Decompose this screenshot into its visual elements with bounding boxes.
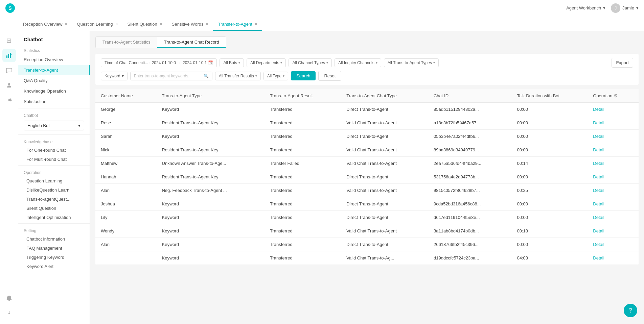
sidebar-item-silent-question[interactable]: Silent Question (18, 204, 90, 213)
chevron-down-icon: ▾ (433, 61, 435, 65)
sidebar-item-satisfaction[interactable]: Satisfaction (18, 96, 90, 107)
tab-close-icon[interactable]: ✕ (159, 22, 162, 26)
tab-sensitive-words[interactable]: Sensitive Words ✕ (167, 18, 213, 31)
nav-notifications-icon[interactable] (2, 292, 16, 305)
col-operation: Operation ⚙ (588, 89, 639, 103)
tab-silent-question[interactable]: Silent Question ✕ (123, 18, 167, 31)
nav-settings-icon[interactable] (2, 93, 16, 107)
sidebar-item-reception-overview[interactable]: Reception Overview (18, 54, 90, 65)
knowledgebase-section-label: Knowledgebase (18, 136, 90, 146)
chatbot-select[interactable]: English Bot ▾ (24, 121, 84, 130)
cell-chat-id: 2ea75a5d6fd44f4ba29... (428, 157, 512, 170)
detail-link[interactable]: Detail (593, 228, 604, 233)
sidebar-item-keyword-alert[interactable]: Keyword Alert (18, 262, 90, 271)
filter-row-2: Keyword ▾ 🔍 All Transfer Results ▾ All T… (101, 71, 633, 81)
sidebar-item-intelligent-optimization[interactable]: Intelligent Optimization (18, 213, 90, 222)
tab-reception-overview[interactable]: Reception Overview ✕ (18, 18, 72, 31)
detail-link[interactable]: Detail (593, 134, 604, 139)
date-to: 2024-01-10 1 (183, 60, 207, 65)
column-settings-icon[interactable]: ⚙ (614, 93, 618, 98)
sidebar-item-for-multi-round[interactable]: For Multi-round Chat (18, 155, 90, 164)
detail-link[interactable]: Detail (593, 120, 604, 125)
chevron-down-icon: ▾ (283, 74, 284, 78)
detail-link[interactable]: Detail (593, 107, 604, 112)
agent-workbench-dropdown[interactable]: Agent Workbench ▾ (566, 5, 605, 10)
sidebar-item-qa-quality[interactable]: Q&A Quality (18, 75, 90, 86)
all-channel-types-filter[interactable]: All Channel Types ▾ (289, 58, 332, 67)
all-transfer-results-filter[interactable]: All Transfer Results ▾ (215, 72, 261, 80)
detail-link[interactable]: Detail (593, 147, 604, 152)
tab-close-icon[interactable]: ✕ (205, 22, 208, 26)
all-trans-types-label: All Trans-to-Agent Types (388, 60, 432, 65)
sidebar-item-knowledge-operation[interactable]: Knowledge Operation (18, 86, 90, 96)
table-row: Alan Neg. Feedback Trans-to-Agent ... Tr… (95, 184, 639, 197)
tab-transfer-to-agent[interactable]: Transfer-to-Agent ✕ (213, 18, 262, 31)
chevron-down-icon: ▾ (603, 5, 605, 10)
cell-detail: Detail (588, 157, 639, 170)
tab-close-icon[interactable]: ✕ (115, 22, 118, 26)
tab-close-icon[interactable]: ✕ (64, 22, 67, 26)
svg-rect-1 (8, 54, 9, 58)
nav-contacts-icon[interactable] (2, 78, 16, 92)
filter-row-1: Time of Chat Connecti... : 2024-01-10 0 … (101, 58, 633, 68)
cell-duration: 00:00 (511, 130, 588, 143)
cell-duration: 00:00 (511, 103, 588, 116)
export-button[interactable]: Export (612, 58, 633, 68)
sidebar-item-triggering-keyword[interactable]: Triggering Keyword (18, 253, 90, 262)
sub-tab-statistics[interactable]: Trans-to-Agent Statistics (96, 37, 157, 48)
sidebar-item-trans-agent-quest[interactable]: Trans-to-agentQuest... (18, 195, 90, 204)
cell-chat-type: Valid Chat Trans-to-Agent (341, 157, 428, 170)
chevron-down-icon: ▾ (255, 74, 257, 78)
table-row: Hannah Resident Trans-to-Agent Key Trans… (95, 170, 639, 184)
detail-link[interactable]: Detail (593, 201, 604, 206)
keyword-input[interactable] (134, 74, 202, 78)
cell-chat-id: d19ddccfc5724c23ba... (428, 251, 512, 265)
detail-link[interactable]: Detail (593, 255, 604, 260)
all-trans-types-filter[interactable]: All Trans-to-Agent Types ▾ (384, 58, 439, 67)
cell-trans-result: Transferred (264, 251, 341, 265)
cell-chat-type: Valid Chat Trans-to-Agent (341, 143, 428, 157)
detail-link[interactable]: Detail (593, 161, 604, 166)
svg-rect-3 (12, 54, 12, 55)
help-button[interactable]: ? (624, 304, 637, 317)
nav-home-icon[interactable]: ⊞ (2, 34, 16, 47)
divider (18, 108, 90, 108)
search-button[interactable]: Search (291, 71, 316, 80)
chatbot-section-label: Chatbot (18, 110, 90, 119)
topbar-left: S (5, 3, 15, 13)
cell-customer: Hannah (95, 170, 156, 184)
sub-tab-chat-record[interactable]: Trans-to-Agent Chat Record (157, 37, 226, 48)
all-type-filter[interactable]: All Type ▾ (263, 72, 288, 80)
tab-question-learning[interactable]: Question Learning ✕ (72, 18, 122, 31)
keyword-filter-type[interactable]: Keyword ▾ (101, 72, 128, 80)
detail-link[interactable]: Detail (593, 188, 604, 193)
statistics-section-label: Statistics (18, 45, 90, 54)
nav-conversations-icon[interactable] (2, 64, 16, 77)
table-row: Wendy Keyword Transferred Valid Chat Tra… (95, 224, 639, 238)
detail-link[interactable]: Detail (593, 242, 604, 247)
all-inquiry-channels-filter[interactable]: All Inquiry Channels ▾ (335, 58, 381, 67)
sidebar-item-transfer-to-agent[interactable]: Transfer-to-Agent (18, 65, 90, 75)
cell-duration: 00:18 (511, 224, 588, 238)
all-bots-filter[interactable]: All Bots ▾ (220, 58, 244, 67)
calendar-icon[interactable]: 📅 (208, 60, 213, 65)
cell-chat-type: Direct Trans-to-Agent (341, 238, 428, 251)
all-type-label: All Type (267, 74, 281, 78)
tab-close-icon[interactable]: ✕ (254, 22, 257, 26)
date-filter[interactable]: Time of Chat Connecti... : 2024-01-10 0 … (101, 58, 217, 67)
nav-analytics-icon[interactable] (2, 49, 16, 62)
all-departments-filter[interactable]: All Departments ▾ (247, 58, 286, 67)
sidebar-item-question-learning[interactable]: Question Learning (18, 176, 90, 185)
cell-detail: Detail (588, 130, 639, 143)
sidebar-item-faq-management[interactable]: FAQ Management (18, 244, 90, 253)
cell-detail: Detail (588, 251, 639, 265)
reset-button[interactable]: Reset (318, 71, 341, 81)
detail-link[interactable]: Detail (593, 215, 604, 220)
sidebar-item-dislike-question[interactable]: DislikeQuestion Learn (18, 185, 90, 195)
user-menu[interactable]: J Jamie ▾ (611, 3, 639, 13)
sidebar-item-for-one-round[interactable]: For One-round Chat (18, 146, 90, 155)
detail-link[interactable]: Detail (593, 174, 604, 179)
cell-detail: Detail (588, 143, 639, 157)
nav-download-icon[interactable] (2, 306, 16, 320)
sidebar-item-chatbot-information[interactable]: Chatbot Information (18, 234, 90, 244)
